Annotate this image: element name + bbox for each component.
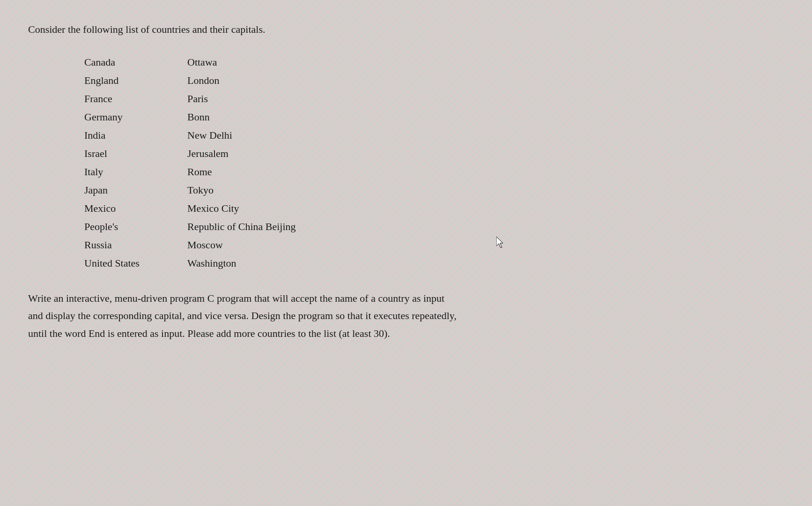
description-line3: until the word End is entered as input. … bbox=[28, 325, 684, 342]
countries-table: CanadaOttawaEnglandLondonFranceParisGerm… bbox=[84, 54, 784, 271]
capital-name: Bonn bbox=[187, 109, 210, 125]
country-name: Italy bbox=[84, 164, 187, 179]
description-text: Write an interactive, menu-driven progra… bbox=[28, 290, 684, 342]
table-row: RussiaMoscow bbox=[84, 237, 784, 253]
table-row: GermanyBonn bbox=[84, 109, 784, 125]
table-row: MexicoMexico City bbox=[84, 201, 784, 216]
table-row: United StatesWashington bbox=[84, 255, 784, 271]
country-name: India bbox=[84, 127, 187, 143]
capital-name: Republic of China Beijing bbox=[187, 219, 296, 234]
country-name: People's bbox=[84, 219, 187, 234]
capital-name: Paris bbox=[187, 91, 208, 106]
table-row: People'sRepublic of China Beijing bbox=[84, 219, 784, 234]
table-row: CanadaOttawa bbox=[84, 54, 784, 70]
table-row: IsraelJerusalem bbox=[84, 146, 784, 161]
country-name: United States bbox=[84, 255, 187, 271]
capital-name: Ottawa bbox=[187, 54, 217, 70]
table-row: IndiaNew Delhi bbox=[84, 127, 784, 143]
description-line2: and display the corresponding capital, a… bbox=[28, 307, 684, 324]
capital-name: Washington bbox=[187, 255, 236, 271]
capital-name: London bbox=[187, 73, 219, 88]
country-name: Japan bbox=[84, 182, 187, 198]
capital-name: Moscow bbox=[187, 237, 223, 253]
table-row: FranceParis bbox=[84, 91, 784, 106]
intro-text: Consider the following list of countries… bbox=[28, 23, 784, 36]
capital-name: Rome bbox=[187, 164, 212, 179]
description-line1: Write an interactive, menu-driven progra… bbox=[28, 290, 684, 307]
capital-name: Mexico City bbox=[187, 201, 239, 216]
table-row: JapanTokyo bbox=[84, 182, 784, 198]
country-name: England bbox=[84, 73, 187, 88]
country-name: Israel bbox=[84, 146, 187, 161]
country-name: Canada bbox=[84, 54, 187, 70]
capital-name: Tokyo bbox=[187, 182, 214, 198]
country-name: Mexico bbox=[84, 201, 187, 216]
country-name: Germany bbox=[84, 109, 187, 125]
table-row: ItalyRome bbox=[84, 164, 784, 179]
country-name: Russia bbox=[84, 237, 187, 253]
table-row: EnglandLondon bbox=[84, 73, 784, 88]
country-name: France bbox=[84, 91, 187, 106]
capital-name: Jerusalem bbox=[187, 146, 229, 161]
capital-name: New Delhi bbox=[187, 127, 232, 143]
